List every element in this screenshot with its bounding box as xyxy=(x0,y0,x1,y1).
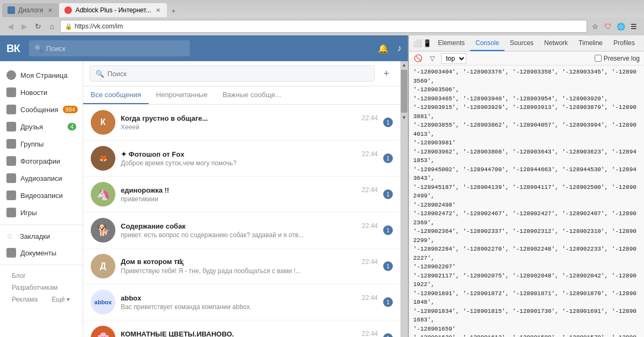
groups-icon xyxy=(6,139,16,149)
sidebar-label-audio: Аудиозаписи xyxy=(20,174,62,182)
notification-icon[interactable]: 🔔 xyxy=(378,43,389,54)
footer-more[interactable]: Ещё ▾ xyxy=(45,294,76,305)
console-line: '-128903506', xyxy=(413,85,640,94)
msg-preview-3: приветикиии xyxy=(121,195,378,203)
sidebar-item-friends[interactable]: Друзья 4 xyxy=(0,118,83,135)
message-item-7[interactable]: 🌸 КОМНАТНЫЕ ЦВЕТЫ.ИВАНОВО. 22:44 Привет!… xyxy=(83,320,400,337)
messages-add-button[interactable]: + xyxy=(379,66,394,81)
browser-chrome: Диалоги ✕ Adblock Plus - Интернет... ✕ +… xyxy=(0,0,644,35)
console-line: '-128903981' xyxy=(413,138,640,148)
scroll-up-arrow[interactable]: ▲ xyxy=(400,61,408,69)
adblock-icon[interactable]: 🛡 xyxy=(602,20,614,32)
sidebar-item-groups[interactable]: Группы xyxy=(0,135,83,152)
tab-close-dialogi[interactable]: ✕ xyxy=(46,6,54,14)
devtools-tab-console[interactable]: Console xyxy=(470,36,504,51)
console-line: '-128902284', '-128902270', '-128902248'… xyxy=(413,245,640,262)
sidebar-item-messages[interactable]: Сообщения 984 xyxy=(0,101,83,118)
msg-name-6: abbox xyxy=(121,294,141,302)
menu-icon[interactable]: ☰ xyxy=(628,20,640,32)
msg-preview-1: Хееей xyxy=(121,123,378,131)
back-button[interactable]: ◀ xyxy=(4,20,16,32)
message-item-5[interactable]: Д Дом в котором тᵻᶄ 22:44 Приветствую те… xyxy=(83,248,400,284)
preserve-log-checkbox[interactable] xyxy=(595,55,602,62)
sidebar-item-documents[interactable]: Документы xyxy=(0,244,83,261)
message-item-4[interactable]: 🐕 Содержание собак 22:44 привет. есть во… xyxy=(83,213,400,248)
vk-sidebar: Моя Страница Новости Сообщения 984 Друзь… xyxy=(0,61,83,337)
sidebar-item-my-page[interactable]: Моя Страница xyxy=(0,67,83,84)
message-item-6[interactable]: abbox abbox 22:44 Вас приветствует коман… xyxy=(83,284,400,320)
msg-time-4: 22:44 xyxy=(362,222,378,230)
console-line: '-128902207' xyxy=(413,262,640,272)
msg-time-7: 22:44 xyxy=(362,330,378,337)
vk-search-input[interactable] xyxy=(46,45,185,53)
home-button[interactable]: ⌂ xyxy=(46,20,58,32)
music-icon[interactable]: ♪ xyxy=(397,43,401,54)
msg-content-1: Когда грустно в общаге... 22:44 Хееей xyxy=(121,114,378,131)
messages-search-bar[interactable]: 🔍 xyxy=(90,65,375,82)
devtools-tab-timeline[interactable]: Timeline xyxy=(573,36,608,51)
photos-icon xyxy=(6,156,16,166)
sidebar-item-video[interactable]: Видеозаписи xyxy=(0,187,83,204)
vk-search-bar[interactable]: 🔍 xyxy=(29,40,190,56)
msg-name-3: единорожка !! xyxy=(121,186,169,194)
video-icon xyxy=(6,191,16,200)
avatar-7: 🌸 xyxy=(91,326,115,337)
forward-button[interactable]: ▶ xyxy=(18,20,30,32)
console-filter-button[interactable]: ▽ xyxy=(427,54,437,63)
devtools-inspect-icon[interactable]: ⬜ xyxy=(413,38,422,49)
devtools-tab-profiles[interactable]: Profiles xyxy=(608,36,640,51)
vk-logo: ВК xyxy=(6,42,23,55)
devtools-mobile-icon[interactable]: 📱 xyxy=(423,38,431,49)
console-clear-button[interactable]: 🚫 xyxy=(413,54,423,63)
address-bar[interactable]: 🔒 https://vk.com/im xyxy=(60,20,587,33)
extension-icon[interactable]: 🌐 xyxy=(615,20,627,32)
devtools-tab-elements[interactable]: Elements xyxy=(433,36,470,51)
message-item-2[interactable]: 🦊 ✦ Фотошоп от Fox 22:44 Доброе время су… xyxy=(83,141,400,177)
tab-all-messages[interactable]: Все сообщения xyxy=(83,86,149,104)
messages-header: 🔍 + xyxy=(83,61,400,86)
footer-dev[interactable]: Разработчикам xyxy=(5,282,64,293)
tab-bar: Диалоги ✕ Adblock Plus - Интернет... ✕ + xyxy=(0,0,644,17)
tab-close-adblock[interactable]: ✕ xyxy=(154,6,162,14)
messages-search-input[interactable] xyxy=(107,70,369,78)
msg-content-7: КОМНАТНЫЕ ЦВЕТЫ.ИВАНОВО. 22:44 Привет!Мы… xyxy=(121,330,378,338)
msg-badge-1: 1 xyxy=(383,118,393,127)
msg-time-1: 22:44 xyxy=(362,114,378,122)
vk-app: ВК 🔍 🔔 ♪ Моя Страница Новости xyxy=(0,35,408,337)
msg-preview-4: привет. есть вопрос по содержанию собак?… xyxy=(121,231,378,239)
console-line: '-128903465', '-128903940', '-128903954'… xyxy=(413,94,640,104)
devtools-tab-sources[interactable]: Sources xyxy=(504,36,539,51)
scroll-thumb[interactable] xyxy=(401,70,407,113)
person-icon xyxy=(6,70,16,80)
msg-badge-3: 1 xyxy=(383,189,393,199)
footer-ads[interactable]: Реклама xyxy=(5,294,44,305)
message-item-3[interactable]: 🦄 единорожка !! 22:44 приветикиии 1 xyxy=(83,177,400,213)
devtools-tab-network[interactable]: Network xyxy=(539,36,573,51)
sidebar-item-audio[interactable]: Аудиозаписи xyxy=(0,170,83,187)
scroll-down-arrow[interactable]: ▼ xyxy=(400,114,408,121)
sidebar-item-news[interactable]: Новости xyxy=(0,84,83,101)
tab-favicon-vk xyxy=(8,6,15,14)
audio-icon xyxy=(6,173,16,183)
message-item-1[interactable]: К Когда грустно в общаге... 22:44 Хееей … xyxy=(83,105,400,141)
bookmark-icon[interactable]: ☆ xyxy=(589,20,601,32)
console-line: '-128901834', '-128901815', '-128901730'… xyxy=(413,307,640,325)
tab-adblock[interactable]: Adblock Plus - Интернет... ✕ xyxy=(59,3,167,17)
sidebar-label-bookmarks: Закладки xyxy=(20,232,50,240)
footer-blog[interactable]: Блог xyxy=(5,270,32,281)
devtools-panel: ⬜ 📱 Elements Console Sources Network Tim… xyxy=(408,35,644,337)
new-tab-button[interactable]: + xyxy=(167,5,180,17)
devtools-more-tabs[interactable]: » xyxy=(640,40,644,47)
refresh-button[interactable]: ↻ xyxy=(32,20,44,32)
devtools-console-content[interactable]: '-128903404', '-128903376', '-128903358'… xyxy=(409,65,644,337)
console-context-select[interactable]: top xyxy=(441,53,466,64)
msg-name-4: Содержание собак xyxy=(121,222,186,230)
sidebar-item-games[interactable]: Игры xyxy=(0,204,83,221)
tab-important[interactable]: Важные сообще... xyxy=(215,86,289,104)
sidebar-item-bookmarks[interactable]: ☆ Закладки xyxy=(0,228,83,244)
tab-unread[interactable]: Непрочитанные xyxy=(149,86,215,104)
tab-dialogi[interactable]: Диалоги ✕ xyxy=(2,3,59,17)
sidebar-item-photos[interactable]: Фотографии xyxy=(0,152,83,170)
news-icon xyxy=(6,87,16,97)
page-scrollbar[interactable]: ▲ ▼ xyxy=(400,61,408,337)
